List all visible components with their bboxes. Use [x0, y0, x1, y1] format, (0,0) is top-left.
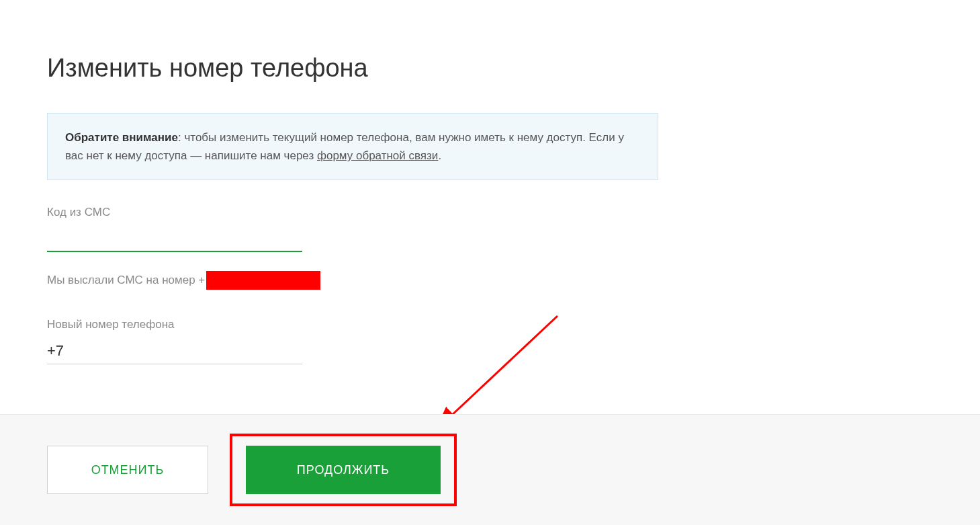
- sms-sent-message: Мы выслали СМС на номер +: [47, 271, 933, 290]
- new-phone-label: Новый номер телефона: [47, 318, 933, 331]
- sms-code-input[interactable]: [47, 226, 302, 252]
- notice-box: Обратите внимание: чтобы изменить текущи…: [47, 113, 658, 180]
- feedback-form-link[interactable]: форму обратной связи: [317, 149, 438, 162]
- page-title: Изменить номер телефона: [47, 54, 933, 83]
- footer-bar: ОТМЕНИТЬ ПРОДОЛЖИТЬ: [0, 414, 980, 525]
- sms-sent-prefix: Мы выслали СМС на номер +: [47, 274, 205, 287]
- notice-text-2: .: [438, 149, 441, 162]
- cancel-button[interactable]: ОТМЕНИТЬ: [47, 446, 208, 494]
- sms-code-label: Код из СМС: [47, 206, 933, 219]
- continue-button[interactable]: ПРОДОЛЖИТЬ: [246, 446, 441, 494]
- new-phone-input[interactable]: [47, 338, 302, 364]
- sms-code-section: Код из СМС: [47, 206, 933, 271]
- continue-button-highlight: ПРОДОЛЖИТЬ: [230, 434, 457, 506]
- notice-bold: Обратите внимание: [65, 131, 178, 144]
- redacted-phone-number: [206, 271, 320, 290]
- new-phone-section: Новый номер телефона: [47, 318, 933, 364]
